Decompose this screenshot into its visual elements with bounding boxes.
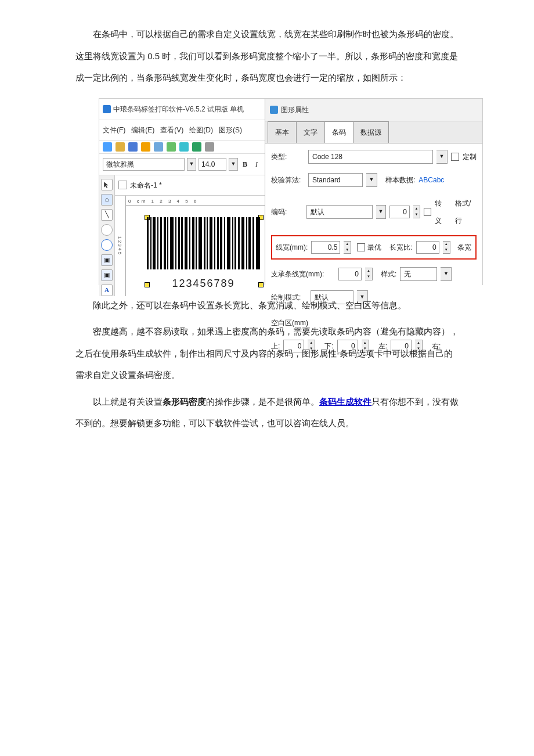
properties-panel: 图形属性 基本 文字 条码 数据源 类型: Code 128 ▼ 定制 校验算法… bbox=[265, 99, 482, 285]
linewidth-input[interactable]: 0.5 bbox=[311, 241, 340, 254]
label-escape: 转义 bbox=[435, 195, 448, 229]
print-icon[interactable] bbox=[154, 142, 163, 152]
row-type: 类型: Code 128 ▼ 定制 bbox=[271, 148, 477, 165]
sample-data-value: ABCabc bbox=[418, 171, 444, 189]
menu-draw[interactable]: 绘图(D) bbox=[189, 121, 213, 139]
linewidth-highlight: 线宽(mm): 0.5 ▲▼ 最优 长宽比: 0 ▲▼ 条宽 bbox=[271, 235, 477, 260]
encoding-spin-buttons[interactable]: ▲▼ bbox=[413, 206, 420, 218]
properties-tabs: 基本 文字 条码 数据源 bbox=[265, 121, 482, 143]
panel-title-text: 图形属性 bbox=[281, 101, 309, 118]
bearer-spin-buttons[interactable]: ▲▼ bbox=[365, 268, 373, 280]
paragraph-3: 密度越高，越不容易读取，如果遇上密度高的条码，需要先读取条码内容（避免有隐藏内容… bbox=[75, 321, 459, 386]
app-icon bbox=[103, 105, 111, 113]
menu-shape[interactable]: 图形(S) bbox=[219, 121, 242, 139]
properties-panel-title: 图形属性 bbox=[265, 99, 482, 121]
window-titlebar: 中琅条码标签打印软件-V6.5.2 试用版 单机 bbox=[99, 99, 265, 120]
data-icon[interactable] bbox=[192, 142, 201, 152]
grid-icon[interactable] bbox=[205, 142, 214, 152]
software-link[interactable]: 条码生成软件 bbox=[319, 397, 371, 406]
label-linewidth: 线宽(mm): bbox=[276, 239, 308, 256]
menu-file[interactable]: 文件(F) bbox=[103, 121, 125, 139]
label-best: 最优 bbox=[367, 239, 381, 256]
select-tool-icon[interactable] bbox=[101, 179, 113, 190]
image2-tool-icon[interactable]: ▣ bbox=[101, 269, 113, 281]
linewidth-spin-buttons[interactable]: ▲▼ bbox=[344, 241, 351, 254]
menu-bar[interactable]: 文件(F) 编辑(E) 查看(V) 绘图(D) 图形(S) bbox=[99, 120, 265, 141]
ratio-input[interactable]: 0 bbox=[416, 241, 439, 254]
barcode-number: 123456789 bbox=[147, 271, 260, 297]
workspace: ⌂ ╲ ▣ ▣ A 未命名-1 * 1 2 3 4 5 0 cm 1 2 3 4… bbox=[99, 175, 265, 296]
paragraph-4: 以上就是有关设置条形码密度的操作步骤，是不是很简单。条码生成软件只有你想不到，没… bbox=[75, 391, 459, 434]
row-checksum: 校验算法: Standard ▼ 样本数据: ABCabc bbox=[271, 171, 477, 189]
bold-button[interactable]: B bbox=[240, 156, 250, 173]
new-icon[interactable] bbox=[103, 142, 112, 152]
checksum-select[interactable]: Standard bbox=[308, 173, 363, 187]
escape-checkbox[interactable] bbox=[424, 208, 431, 216]
tab-datasource[interactable]: 数据源 bbox=[353, 121, 389, 143]
database-icon[interactable] bbox=[179, 142, 189, 152]
custom-checkbox[interactable] bbox=[451, 153, 459, 161]
document-tab[interactable]: 未命名-1 * bbox=[115, 175, 265, 196]
label-type: 类型: bbox=[271, 148, 305, 165]
horizontal-ruler: 0 cm 1 2 3 4 5 6 bbox=[126, 196, 265, 206]
tool-palette: ⌂ ╲ ▣ ▣ A bbox=[99, 175, 115, 296]
best-checkbox[interactable] bbox=[357, 243, 365, 251]
row-encoding: 编码: 默认 ▼ 0 ▲▼ 转义 格式/行 bbox=[271, 195, 477, 229]
encoding-dropdown-icon[interactable]: ▼ bbox=[376, 205, 387, 219]
open-icon[interactable] bbox=[116, 142, 125, 152]
font-name-dropdown-icon[interactable]: ▼ bbox=[187, 158, 196, 171]
panel-icon bbox=[270, 106, 278, 114]
main-toolbar bbox=[99, 141, 265, 154]
vertical-ruler: 1 2 3 4 5 bbox=[115, 196, 126, 296]
menu-edit[interactable]: 编辑(E) bbox=[131, 121, 154, 139]
save-icon[interactable] bbox=[128, 142, 138, 152]
type-dropdown-icon[interactable]: ▼ bbox=[436, 150, 448, 164]
p4-c: 的操作步骤，是不是很简单。 bbox=[206, 397, 319, 406]
doc-tab-icon bbox=[118, 181, 127, 189]
tab-barcode[interactable]: 条码 bbox=[324, 121, 353, 143]
p4-a: 以上就是有关设置 bbox=[93, 397, 163, 406]
window-title-text: 中琅条码标签打印软件-V6.5.2 试用版 单机 bbox=[113, 100, 244, 118]
p4-bold: 条形码密度 bbox=[163, 397, 206, 406]
canvas[interactable]: 123456789 bbox=[126, 206, 265, 296]
label-encoding: 编码: bbox=[271, 203, 303, 221]
font-size-dropdown-icon[interactable]: ▼ bbox=[229, 158, 238, 171]
label-sample: 样本数据: bbox=[385, 171, 415, 189]
app-main-window: 中琅条码标签打印软件-V6.5.2 试用版 单机 文件(F) 编辑(E) 查看(… bbox=[99, 99, 265, 285]
ratio-spin-buttons[interactable]: ▲▼ bbox=[443, 241, 450, 254]
settings-icon[interactable] bbox=[141, 142, 150, 152]
label-format: 格式/行 bbox=[455, 195, 477, 229]
label-bearer: 支承条线宽(mm): bbox=[271, 265, 335, 283]
encoding-select[interactable]: 默认 bbox=[306, 205, 373, 219]
style-select[interactable]: 无 bbox=[400, 267, 437, 281]
bearer-input[interactable]: 0 bbox=[338, 268, 362, 280]
row-bearer: 支承条线宽(mm): 0 ▲▼ 样式: 无 ▼ bbox=[271, 265, 477, 283]
line-tool-icon[interactable]: ╲ bbox=[101, 209, 113, 221]
ruler-container: 1 2 3 4 5 0 cm 1 2 3 4 5 6 bbox=[115, 196, 265, 296]
style-dropdown-icon[interactable]: ▼ bbox=[441, 267, 452, 281]
italic-button[interactable]: I bbox=[252, 156, 261, 173]
menu-view[interactable]: 查看(V) bbox=[160, 121, 183, 139]
image-tool-icon[interactable]: ▣ bbox=[101, 254, 113, 266]
font-toolbar: 微软雅黑 ▼ 14.0 ▼ B I bbox=[99, 154, 265, 175]
tab-basic[interactable]: 基本 bbox=[268, 121, 297, 143]
home-tool-icon[interactable]: ⌂ bbox=[101, 194, 113, 206]
checksum-dropdown-icon[interactable]: ▼ bbox=[366, 173, 377, 187]
label-style: 样式: bbox=[381, 265, 396, 283]
font-name-input[interactable]: 微软雅黑 bbox=[103, 158, 185, 171]
label-barwidth: 条宽 bbox=[457, 239, 471, 256]
encoding-spin[interactable]: 0 bbox=[389, 206, 409, 218]
ellipse-tool-icon[interactable] bbox=[101, 239, 113, 251]
preview-icon[interactable] bbox=[167, 142, 176, 152]
rounded-rect-tool-icon[interactable] bbox=[101, 224, 113, 236]
font-size-input[interactable]: 14.0 bbox=[199, 158, 226, 171]
barcode-object[interactable]: 123456789 bbox=[147, 217, 260, 297]
label-custom: 定制 bbox=[463, 148, 477, 165]
doc-tab-label: 未命名-1 * bbox=[130, 177, 162, 194]
label-ratio: 长宽比: bbox=[389, 239, 412, 256]
paragraph-1: 在条码中，可以根据自己的需求自定义设置线宽，线宽在某些印刷制作时也被为条形码的密… bbox=[75, 23, 459, 89]
type-select[interactable]: Code 128 bbox=[308, 150, 433, 164]
label-checksum: 校验算法: bbox=[271, 171, 305, 189]
tab-text[interactable]: 文字 bbox=[296, 121, 325, 143]
canvas-area: 未命名-1 * 1 2 3 4 5 0 cm 1 2 3 4 5 6 bbox=[115, 175, 265, 296]
